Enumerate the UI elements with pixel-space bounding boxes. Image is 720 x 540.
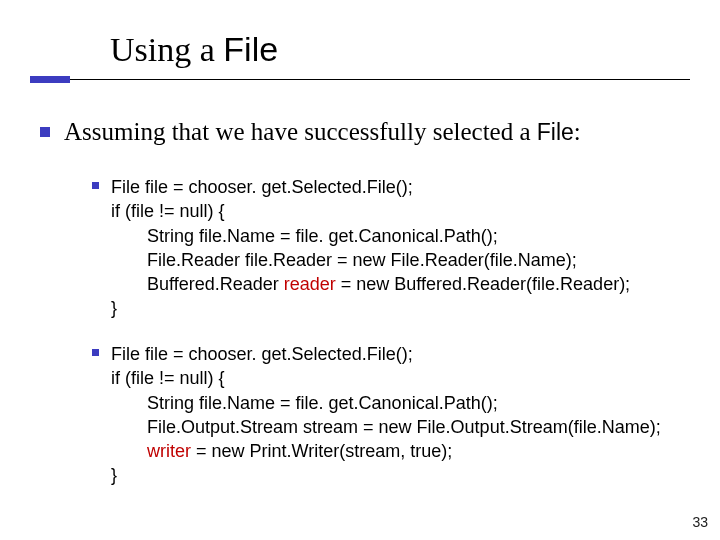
- code-line: File.Reader file.Reader = new File.Reade…: [111, 248, 630, 272]
- code-frag: Buffered.Reader: [147, 274, 284, 294]
- main-bullet-text: Assuming that we have successfully selec…: [64, 118, 581, 146]
- code-line: Buffered.Reader reader = new Buffered.Re…: [111, 272, 630, 296]
- code-line: if (file != null) {: [111, 201, 225, 221]
- title-accent-bar: [30, 76, 70, 83]
- code-line: File.Output.Stream stream = new File.Out…: [111, 415, 661, 439]
- code-line: String file.Name = file. get.Canonical.P…: [111, 391, 661, 415]
- code-frag: = new Print.Writer(stream, true);: [191, 441, 452, 461]
- code-text: File file = chooser. get.Selected.File()…: [111, 175, 630, 321]
- title-file-word: File: [223, 30, 278, 68]
- title-prefix: Using a: [110, 31, 223, 68]
- slide: Using a File Assuming that we have succe…: [0, 0, 720, 540]
- slide-title: Using a File: [110, 30, 278, 69]
- code-keyword-reader: reader: [284, 274, 336, 294]
- main-bullet-prefix: Assuming that we have successfully selec…: [64, 118, 537, 145]
- code-line: File file = chooser. get.Selected.File()…: [111, 344, 413, 364]
- code-text: File file = chooser. get.Selected.File()…: [111, 342, 661, 488]
- square-bullet-icon: [40, 127, 50, 137]
- title-underline: [30, 79, 690, 80]
- square-bullet-icon: [92, 182, 99, 189]
- code-line: }: [111, 298, 117, 318]
- code-line: File file = chooser. get.Selected.File()…: [111, 177, 413, 197]
- code-block-writer: File file = chooser. get.Selected.File()…: [92, 342, 661, 488]
- code-line: String file.Name = file. get.Canonical.P…: [111, 224, 630, 248]
- main-bullet: Assuming that we have successfully selec…: [40, 118, 581, 146]
- code-frag: = new Buffered.Reader(file.Reader);: [336, 274, 630, 294]
- code-block-reader: File file = chooser. get.Selected.File()…: [92, 175, 630, 321]
- page-number: 33: [692, 514, 708, 530]
- code-line: writer = new Print.Writer(stream, true);: [111, 439, 661, 463]
- code-keyword-writer: writer: [147, 441, 191, 461]
- square-bullet-icon: [92, 349, 99, 356]
- main-bullet-colon: :: [574, 118, 581, 145]
- main-bullet-file-word: File: [537, 119, 574, 145]
- code-line: }: [111, 465, 117, 485]
- code-line: if (file != null) {: [111, 368, 225, 388]
